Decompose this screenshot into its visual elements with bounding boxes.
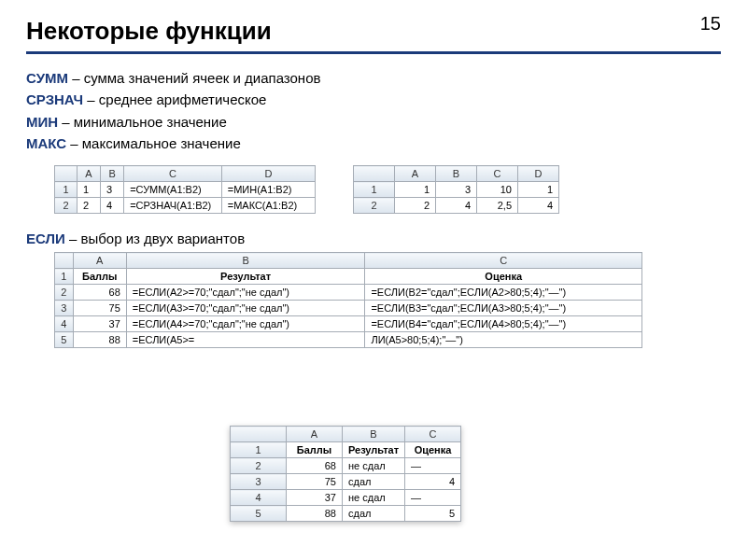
cell: =МИН(A1:B2) bbox=[221, 182, 315, 198]
cell: 1 bbox=[518, 182, 559, 198]
table-corner bbox=[354, 166, 395, 182]
cell: 4 bbox=[101, 198, 124, 214]
row-header: 4 bbox=[231, 490, 287, 506]
row-header: 1 bbox=[354, 182, 395, 198]
cell: 68 bbox=[73, 285, 126, 301]
page-number: 15 bbox=[700, 13, 721, 35]
func-desc: – минимальное значение bbox=[58, 114, 227, 130]
row-header: 1 bbox=[231, 442, 287, 458]
cell: 4 bbox=[436, 198, 477, 214]
cell-header: Оценка bbox=[405, 442, 461, 458]
col-header: C bbox=[477, 166, 518, 182]
cell: 88 bbox=[73, 332, 126, 348]
func-name: МИН bbox=[26, 114, 58, 130]
cell: 1 bbox=[78, 182, 101, 198]
col-header: A bbox=[287, 427, 343, 442]
cell: =ЕСЛИ(A4>=70;"сдал";"не сдал") bbox=[126, 316, 365, 332]
table-corner bbox=[231, 427, 287, 442]
func-desc: – среднее арифметическое bbox=[83, 91, 266, 107]
if-description: ЕСЛИ – выбор из двух вариантов bbox=[26, 231, 721, 246]
cell: 75 bbox=[73, 301, 126, 316]
cell: 1 bbox=[395, 182, 436, 198]
func-item: МИН – минимальное значение bbox=[26, 111, 721, 133]
cell: сдал bbox=[343, 506, 405, 522]
row-header: 1 bbox=[55, 269, 74, 285]
cell: 37 bbox=[73, 316, 126, 332]
row-header: 2 bbox=[354, 198, 395, 214]
cell: =ЕСЛИ(B3="сдал";ЕСЛИ(A3>80;5;4);"—") bbox=[365, 301, 642, 316]
row-header: 2 bbox=[55, 285, 74, 301]
cell: 37 bbox=[287, 490, 343, 506]
cell: — bbox=[405, 490, 461, 506]
cell-header: Результат bbox=[126, 269, 365, 285]
func-name: МАКС bbox=[26, 135, 66, 151]
cell: =ЕСЛИ(A2>=70;"сдал";"не сдал") bbox=[126, 285, 365, 301]
col-header: A bbox=[73, 253, 126, 269]
table-corner bbox=[55, 253, 74, 269]
cell: 68 bbox=[287, 458, 343, 474]
func-name: СРЗНАЧ bbox=[26, 91, 83, 107]
cell: 2,5 bbox=[477, 198, 518, 214]
if-formulas-table: A B C 1 Баллы Результат Оценка 2 68 =ЕСЛ… bbox=[54, 252, 642, 348]
func-item: МАКС – максимальное значение bbox=[26, 133, 721, 154]
col-header: A bbox=[395, 166, 436, 182]
row-header: 2 bbox=[55, 198, 78, 214]
cell: не сдал bbox=[343, 490, 405, 506]
col-header: B bbox=[101, 166, 124, 182]
func-desc: – сумма значений ячеек и диапазонов bbox=[68, 70, 321, 86]
row-header: 4 bbox=[55, 316, 74, 332]
function-list: СУММ – сумма значений ячеек и диапазонов… bbox=[26, 67, 721, 154]
col-header: C bbox=[124, 166, 222, 182]
cell: 3 bbox=[436, 182, 477, 198]
cell: 4 bbox=[405, 474, 461, 490]
cell-header: Оценка bbox=[365, 269, 642, 285]
cell: ЛИ(A5>80;5;4);"—") bbox=[365, 332, 642, 348]
cell: =ЕСЛИ(A3>=70;"сдал";"не сдал") bbox=[126, 301, 365, 316]
row-header: 5 bbox=[55, 332, 74, 348]
cell: 4 bbox=[518, 198, 559, 214]
row-header: 1 bbox=[55, 182, 78, 198]
row-header: 3 bbox=[231, 474, 287, 490]
col-header: D bbox=[518, 166, 559, 182]
cell: 2 bbox=[395, 198, 436, 214]
col-header: C bbox=[365, 253, 642, 269]
func-name: СУММ bbox=[26, 70, 68, 86]
col-header: C bbox=[405, 427, 461, 442]
cell: 10 bbox=[477, 182, 518, 198]
func-item: СРЗНАЧ – среднее арифметическое bbox=[26, 89, 721, 110]
cell: =ЕСЛИ(B2="сдал";ЕСЛИ(A2>80;5;4);"—") bbox=[365, 285, 642, 301]
col-header: D bbox=[221, 166, 315, 182]
cell: =ЕСЛИ(B4="сдал";ЕСЛИ(A4>80;5;4);"—") bbox=[365, 316, 642, 332]
func-item: СУММ – сумма значений ячеек и диапазонов bbox=[26, 67, 721, 89]
cell: 75 bbox=[287, 474, 343, 490]
formulas-table: A B C D 1 1 3 =СУММ(A1:B2) =МИН(A1:B2) 2… bbox=[54, 165, 316, 214]
slide-title: Некоторые функции bbox=[26, 17, 721, 54]
cell-header: Результат bbox=[343, 442, 405, 458]
row-header: 2 bbox=[231, 458, 287, 474]
cell: не сдал bbox=[343, 458, 405, 474]
col-header: B bbox=[436, 166, 477, 182]
cell: =ЕСЛИ(A5>= bbox=[126, 332, 365, 348]
cell: =СРЗНАЧ(A1:B2) bbox=[124, 198, 222, 214]
col-header: A bbox=[78, 166, 101, 182]
cell: — bbox=[405, 458, 461, 474]
col-header: B bbox=[126, 253, 365, 269]
cell-header: Баллы bbox=[73, 269, 126, 285]
row-header: 3 bbox=[55, 301, 74, 316]
func-desc: – максимальное значение bbox=[66, 135, 241, 151]
col-header: B bbox=[343, 427, 405, 442]
func-desc: – выбор из двух вариантов bbox=[65, 231, 245, 246]
cell: 5 bbox=[405, 506, 461, 522]
cell: =СУММ(A1:B2) bbox=[124, 182, 222, 198]
if-results-table: A B C 1 Баллы Результат Оценка 2 68 не с… bbox=[230, 426, 461, 522]
func-name: ЕСЛИ bbox=[26, 231, 65, 246]
cell: сдал bbox=[343, 474, 405, 490]
cell: 2 bbox=[78, 198, 101, 214]
cell: =МАКС(A1:B2) bbox=[221, 198, 315, 214]
table-corner bbox=[55, 166, 78, 182]
cell: 3 bbox=[101, 182, 124, 198]
cell-header: Баллы bbox=[287, 442, 343, 458]
results-table: A B C D 1 1 3 10 1 2 2 4 2,5 4 bbox=[353, 165, 559, 214]
cell: 88 bbox=[287, 506, 343, 522]
row-header: 5 bbox=[231, 506, 287, 522]
